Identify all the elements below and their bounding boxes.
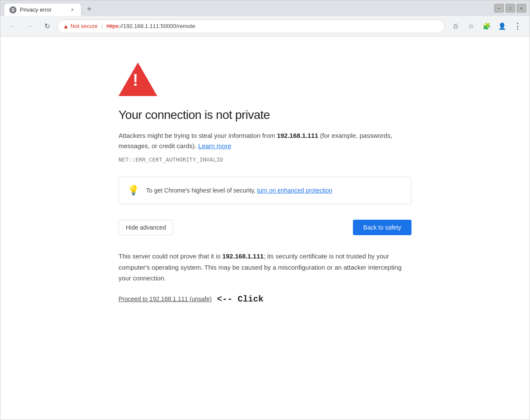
profile-icon: 👤 <box>498 22 506 30</box>
hide-advanced-button[interactable]: Hide advanced <box>118 220 173 235</box>
action-buttons: Hide advanced Back to safety <box>118 220 412 235</box>
back-icon: ← <box>9 22 16 30</box>
security-warning-icon: ▲ <box>63 23 69 30</box>
close-button[interactable]: × <box>517 4 526 12</box>
back-to-safety-button[interactable]: Back to safety <box>353 220 412 235</box>
advanced-text-prefix: This server could not prove that it is <box>118 252 222 260</box>
error-code: NET::ERR_CERT_AUTHORITY_INVALID <box>118 156 412 163</box>
lightbulb-icon: 💡 <box>128 185 139 196</box>
address-bar[interactable]: ▲ Not secure | https://192.168.1.111:500… <box>57 19 445 33</box>
security-label: Not secure <box>71 23 98 29</box>
navigation-bar: ← → ↻ ▲ Not secure | https://192.168.1.1… <box>0 16 530 37</box>
extensions-button[interactable]: 🧩 <box>480 19 493 33</box>
tab-title: Privacy error <box>20 6 52 13</box>
enhanced-protection-link[interactable]: turn on enhanced protection <box>257 187 332 194</box>
maximize-button[interactable]: □ <box>505 4 515 12</box>
url-rest: ://192.168.1.111:50000/remote <box>118 23 195 29</box>
share-icon: ⎙ <box>454 22 458 30</box>
menu-button[interactable]: ⋮ <box>511 19 524 33</box>
error-title: Your connection is not private <box>118 108 412 122</box>
reload-icon: ↻ <box>44 22 50 30</box>
tab-bar: Privacy error × + <box>4 0 95 16</box>
bookmark-button[interactable]: ☆ <box>464 19 478 33</box>
reload-button[interactable]: ↻ <box>40 19 54 33</box>
warning-triangle-icon <box>118 62 157 96</box>
bookmark-icon: ☆ <box>468 22 474 30</box>
security-tip-box: 💡 To get Chrome's highest level of secur… <box>118 177 412 204</box>
extensions-icon: 🧩 <box>483 22 491 30</box>
url-protocol: https <box>106 23 118 29</box>
forward-icon: → <box>26 22 33 30</box>
tab-favicon <box>9 6 16 13</box>
proceed-click-label: <-- Click <box>217 294 263 304</box>
new-tab-button[interactable]: + <box>83 3 95 15</box>
advanced-text-host: 192.168.1.111 <box>222 252 264 260</box>
advanced-description: This server could not prove that it is 1… <box>118 251 412 284</box>
back-button[interactable]: ← <box>6 19 19 33</box>
description-prefix: Attackers might be trying to steal your … <box>118 132 277 139</box>
menu-icon: ⋮ <box>514 22 522 31</box>
proceed-link[interactable]: Proceed to 192.168.1.111 (unsafe) <box>118 296 212 302</box>
learn-more-link[interactable]: Learn more <box>198 142 231 149</box>
share-button[interactable]: ⎙ <box>449 19 462 33</box>
error-container: Your connection is not private Attackers… <box>101 62 429 304</box>
warning-icon-wrap <box>118 62 412 98</box>
title-bar: Privacy error × + − □ × <box>0 0 530 16</box>
address-url: https://192.168.1.111:50000/remote <box>106 23 440 29</box>
browser-window: Privacy error × + − □ × ← → ↻ ▲ Not secu… <box>0 0 530 420</box>
proceed-row: Proceed to 192.168.1.111 (unsafe) <-- Cl… <box>118 294 412 304</box>
security-tip-text: To get Chrome's highest level of securit… <box>146 187 332 194</box>
window-controls: − □ × <box>494 4 526 12</box>
nav-icons-right: ⎙ ☆ 🧩 👤 ⋮ <box>449 19 524 33</box>
tab-close-button[interactable]: × <box>69 6 76 13</box>
security-tip-prefix: To get Chrome's highest level of securit… <box>146 187 257 194</box>
forward-button[interactable]: → <box>23 19 37 33</box>
minimize-button[interactable]: − <box>494 4 504 12</box>
description-host: 192.168.1.111 <box>277 132 318 139</box>
error-description: Attackers might be trying to steal your … <box>118 131 412 151</box>
address-divider: | <box>101 22 103 30</box>
page-content: Your connection is not private Attackers… <box>0 37 530 420</box>
active-tab[interactable]: Privacy error × <box>4 3 81 16</box>
security-indicator: ▲ Not secure <box>63 23 98 30</box>
profile-button[interactable]: 👤 <box>495 19 509 33</box>
